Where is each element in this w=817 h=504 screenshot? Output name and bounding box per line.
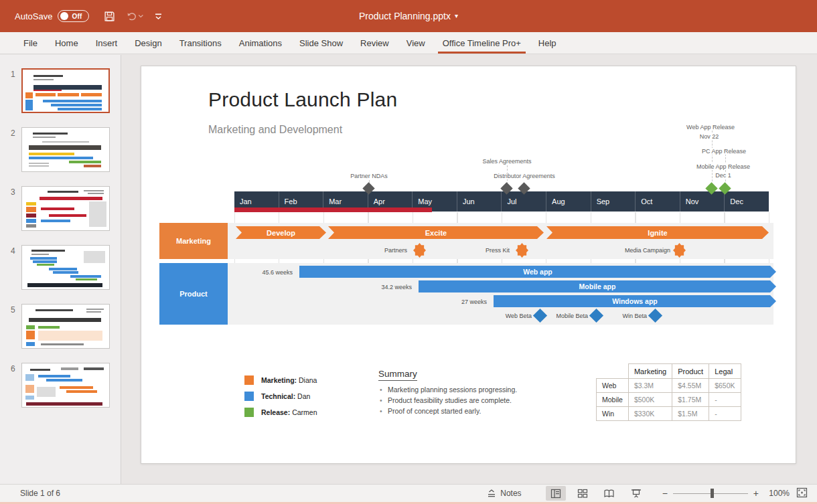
milestone-label-partner-ndas[interactable]: Partner NDAs [348, 173, 390, 179]
table-row-web: Web $3.3M $4.55M $650K [597, 379, 741, 393]
slide-canvas: Product Launch Plan Marketing and Develo… [121, 55, 817, 484]
legend-item-release: Release: Carmen [244, 408, 317, 417]
table-header-marketing: Marketing [628, 364, 672, 379]
legend-swatch-release [244, 408, 254, 417]
zoom-slider[interactable] [673, 493, 748, 494]
slide-thumbnail-2[interactable] [21, 127, 110, 172]
duration-windows-app: 27 weeks [447, 299, 487, 305]
tab-slide-show[interactable]: Slide Show [291, 32, 352, 54]
tab-review[interactable]: Review [352, 32, 398, 54]
reading-view-button[interactable] [599, 486, 619, 501]
zoom-slider-handle[interactable] [711, 489, 714, 498]
quick-access-toolbar [104, 11, 163, 22]
task-label-press-kit[interactable]: Press Kit [469, 247, 510, 254]
slide-thumbnail-5[interactable] [21, 304, 110, 349]
workspace: 1 2 3 4 [0, 55, 817, 484]
beta-label-web[interactable]: Web Beta [492, 313, 532, 319]
tab-transitions[interactable]: Transitions [171, 32, 230, 54]
task-label-media-campaign[interactable]: Media Campaign [617, 247, 670, 254]
tab-design[interactable]: Design [126, 32, 170, 54]
slide-1[interactable]: Product Launch Plan Marketing and Develo… [141, 66, 796, 464]
product-lane-label[interactable]: Product [159, 263, 228, 325]
cost-table[interactable]: Marketing Product Legal Web $3.3M $4.55M… [596, 363, 741, 421]
autosave-toggle-knob [60, 12, 68, 20]
summary-bullet: Marketing planning sessions progressing. [378, 386, 517, 394]
tab-help[interactable]: Help [530, 32, 565, 54]
document-title[interactable]: Product Planning.pptx ▾ [359, 11, 458, 21]
title-bar: AutoSave Off Product Planning.pptx ▾ [0, 0, 817, 32]
elapsed-time-bar [234, 207, 432, 212]
table-row-mobile: Mobile $500K $1.75M - [597, 393, 741, 407]
tab-insert[interactable]: Insert [87, 32, 127, 54]
tab-home[interactable]: Home [46, 32, 87, 54]
milestone-label-pc-app-release[interactable]: PC App Release [700, 148, 748, 155]
beta-label-win[interactable]: Win Beta [607, 313, 647, 319]
fit-to-window-icon [796, 487, 808, 498]
slide-thumbnail-4[interactable] [21, 245, 110, 290]
thumbnail-row-3: 3 [11, 186, 121, 231]
ribbon-tab-bar: File Home Insert Design Transitions Anim… [0, 32, 817, 54]
thumbnail-graphic [22, 363, 109, 407]
slide-subtitle[interactable]: Marketing and Development [208, 124, 342, 136]
legend-swatch-technical [244, 392, 254, 401]
milestone-label-mobile-app-release[interactable]: Mobile App Release [694, 163, 752, 170]
autosave-toggle[interactable]: Off [58, 10, 88, 22]
thumbnail-graphic [22, 187, 109, 230]
phase-ignite[interactable]: Ignite [546, 226, 769, 239]
notes-button[interactable]: Notes [481, 487, 526, 500]
zoom-in-button[interactable]: + [753, 488, 759, 499]
tab-office-timeline-pro[interactable]: Office Timeline Pro+ [434, 32, 530, 54]
thumbnail-number: 2 [11, 129, 21, 138]
zoom-out-button[interactable]: − [662, 488, 668, 499]
summary-bullet: Product feasibility studies are complete… [378, 396, 517, 404]
customize-toolbar-icon[interactable] [154, 12, 163, 21]
phase-develop[interactable]: Develop [236, 226, 326, 239]
task-label-partners[interactable]: Partners [367, 247, 407, 254]
milestone-label-distributor-agreements[interactable]: Distributor Agreements [492, 173, 557, 179]
document-title-caret-icon: ▾ [455, 13, 458, 19]
duration-web-app: 45.6 weeks [252, 269, 293, 276]
table-header-row: Marketing Product Legal [597, 364, 741, 379]
bar-web-app[interactable]: Web app [299, 266, 776, 278]
status-bar: Slide 1 of 6 Notes − + 100% [0, 484, 817, 502]
slide-thumbnail-3[interactable] [21, 186, 110, 231]
slide-sorter-view-button[interactable] [573, 486, 593, 501]
thumbnail-number: 4 [11, 246, 21, 256]
milestone-label-sales-agreements[interactable]: Sales Agreements [480, 158, 533, 165]
milestone-date-mobile-app-release[interactable]: Dec 1 [713, 172, 733, 179]
fit-to-window-button[interactable] [796, 487, 808, 500]
thumbnail-number: 6 [11, 364, 21, 373]
tab-view[interactable]: View [398, 32, 434, 54]
bar-mobile-app[interactable]: Mobile app [419, 280, 776, 292]
slide-thumbnail-panel: 1 2 3 4 [0, 55, 121, 484]
milestone-label-web-app-release[interactable]: Web App Release [684, 124, 737, 131]
reading-view-icon [603, 489, 615, 499]
phase-excite[interactable]: Excite [328, 226, 544, 239]
slide-sorter-icon [577, 489, 588, 499]
status-bar-right: Notes − + 100% [481, 486, 808, 501]
table-header-legal: Legal [709, 364, 741, 379]
slideshow-view-button[interactable] [626, 486, 646, 501]
marketing-lane-label[interactable]: Marketing [159, 223, 228, 259]
bar-windows-app[interactable]: Windows app [494, 295, 776, 307]
beta-label-mobile[interactable]: Mobile Beta [548, 313, 588, 319]
autosave-control: AutoSave Off [15, 10, 89, 22]
thumbnail-graphic [22, 246, 109, 289]
month-nov: Nov [680, 191, 725, 212]
save-icon[interactable] [104, 11, 115, 22]
milestone-date-web-app-release[interactable]: Nov 22 [698, 133, 721, 140]
month-dec: Dec [724, 191, 769, 212]
normal-view-icon [550, 489, 561, 499]
legend-item-technical: Technical: Dan [244, 392, 310, 401]
slide-thumbnail-1[interactable] [21, 68, 110, 113]
summary-heading[interactable]: Summary [378, 369, 417, 381]
normal-view-button[interactable] [546, 486, 566, 501]
zoom-level[interactable]: 100% [765, 489, 790, 498]
tab-file[interactable]: File [15, 32, 46, 54]
tab-animations[interactable]: Animations [230, 32, 291, 54]
slide-thumbnail-6[interactable] [21, 363, 110, 408]
slide-title[interactable]: Product Launch Plan [208, 88, 397, 111]
thumbnail-row-4: 4 [11, 245, 121, 290]
thumbnail-row-6: 6 [11, 363, 121, 408]
undo-icon[interactable] [126, 11, 143, 22]
